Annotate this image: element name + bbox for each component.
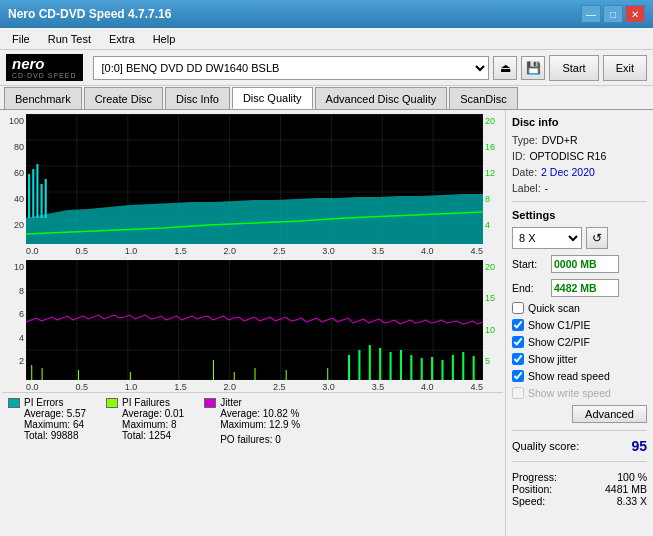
maximize-button[interactable]: □ — [603, 5, 623, 23]
show-c2-checkbox[interactable] — [512, 336, 524, 348]
start-mb-input[interactable] — [551, 255, 619, 273]
menu-file[interactable]: File — [4, 31, 38, 47]
svg-rect-39 — [31, 365, 32, 380]
svg-rect-20 — [36, 164, 38, 218]
tab-bar: Benchmark Create Disc Disc Info Disc Qua… — [0, 86, 653, 110]
right-panel: Disc info Type: DVD+R ID: OPTODISC R16 D… — [505, 110, 653, 536]
menu-help[interactable]: Help — [145, 31, 184, 47]
legend-pi-errors: PI Errors Average: 5.57 Maximum: 64 Tota… — [8, 397, 86, 445]
disc-info-title: Disc info — [512, 116, 647, 128]
save-icon[interactable]: 💾 — [521, 56, 545, 80]
nero-logo: nero — [12, 56, 77, 73]
show-write-speed-row: Show write speed — [512, 387, 647, 399]
progress-section: Progress: 100 % Position: 4481 MB Speed:… — [512, 471, 647, 507]
svg-rect-55 — [462, 352, 464, 380]
show-c1-row: Show C1/PIE — [512, 319, 647, 331]
svg-rect-56 — [473, 356, 475, 380]
tab-create-disc[interactable]: Create Disc — [84, 87, 163, 109]
refresh-button[interactable]: ↺ — [586, 227, 608, 249]
main-content: 100 80 60 40 20 — [0, 110, 653, 536]
tab-benchmark[interactable]: Benchmark — [4, 87, 82, 109]
menu-extra[interactable]: Extra — [101, 31, 143, 47]
svg-rect-49 — [400, 350, 402, 380]
show-jitter-checkbox[interactable] — [512, 353, 524, 365]
jitter-color — [204, 398, 216, 408]
disc-id-row: ID: OPTODISC R16 — [512, 150, 647, 162]
svg-rect-51 — [421, 358, 423, 380]
svg-rect-43 — [255, 368, 256, 380]
svg-rect-18 — [28, 174, 30, 218]
pi-errors-label: PI Errors — [24, 397, 63, 408]
start-button[interactable]: Start — [549, 55, 598, 81]
show-c1-checkbox[interactable] — [512, 319, 524, 331]
chart1-y-axis-right: 20 16 12 8 4 — [483, 114, 503, 244]
charts-section: 100 80 60 40 20 — [0, 110, 505, 536]
close-button[interactable]: ✕ — [625, 5, 645, 23]
disc-label-row: Label: - — [512, 182, 647, 194]
speed-row: 4 X8 X12 X16 X ↺ — [512, 227, 647, 249]
title-bar: Nero CD-DVD Speed 4.7.7.16 — □ ✕ — [0, 0, 653, 28]
menu-run-test[interactable]: Run Test — [40, 31, 99, 47]
eject-icon[interactable]: ⏏ — [493, 56, 517, 80]
pi-failures-label: PI Failures — [122, 397, 170, 408]
end-mb-row: End: — [512, 279, 647, 297]
minimize-button[interactable]: — — [581, 5, 601, 23]
svg-rect-42 — [213, 360, 214, 380]
svg-rect-58 — [234, 372, 235, 380]
legend-jitter: Jitter Average: 10.82 % Maximum: 12.9 % … — [204, 397, 300, 445]
chart2-block: 10 8 6 4 2 — [2, 260, 503, 380]
svg-rect-19 — [32, 169, 34, 218]
title-text: Nero CD-DVD Speed 4.7.7.16 — [8, 7, 171, 21]
show-jitter-row: Show jitter — [512, 353, 647, 365]
svg-rect-59 — [286, 370, 287, 380]
tab-disc-quality[interactable]: Disc Quality — [232, 87, 313, 109]
tab-scan-disc[interactable]: ScanDisc — [449, 87, 517, 109]
svg-rect-47 — [379, 348, 381, 380]
title-bar-buttons: — □ ✕ — [581, 5, 645, 23]
divider2 — [512, 430, 647, 431]
legend-pi-failures: PI Failures Average: 0.01 Maximum: 8 Tot… — [106, 397, 184, 445]
tab-disc-info[interactable]: Disc Info — [165, 87, 230, 109]
chart2-y-axis-right: 20 15 10 5 — [483, 260, 503, 380]
quality-score-value: 95 — [631, 438, 647, 454]
svg-rect-53 — [441, 360, 443, 380]
chart2-x-axis: 0.0 0.5 1.0 1.5 2.0 2.5 3.0 3.5 4.0 4.5 — [26, 382, 483, 392]
menu-bar: File Run Test Extra Help — [0, 28, 653, 50]
toolbar: nero CD·DVD SPEED [0:0] BENQ DVD DD DW16… — [0, 50, 653, 86]
quick-scan-row: Quick scan — [512, 302, 647, 314]
advanced-button[interactable]: Advanced — [572, 405, 647, 423]
jitter-label: Jitter — [220, 397, 242, 408]
drive-select[interactable]: [0:0] BENQ DVD DD DW1640 BSLB — [93, 56, 490, 80]
divider1 — [512, 201, 647, 202]
show-c2-row: Show C2/PIF — [512, 336, 647, 348]
svg-rect-40 — [42, 368, 43, 380]
svg-rect-21 — [41, 184, 43, 218]
svg-rect-45 — [358, 350, 360, 380]
nero-subtitle: CD·DVD SPEED — [12, 72, 77, 79]
quick-scan-checkbox[interactable] — [512, 302, 524, 314]
exit-button[interactable]: Exit — [603, 55, 647, 81]
svg-rect-48 — [390, 352, 392, 380]
chart1-block: 100 80 60 40 20 — [2, 114, 503, 244]
end-mb-input[interactable] — [551, 279, 619, 297]
chart2-y-axis-left: 10 8 6 4 2 — [2, 260, 26, 380]
disc-date-row: Date: 2 Dec 2020 — [512, 166, 647, 178]
pi-errors-color — [8, 398, 20, 408]
svg-rect-50 — [410, 355, 412, 380]
svg-rect-44 — [348, 355, 350, 380]
speed-select[interactable]: 4 X8 X12 X16 X — [512, 227, 582, 249]
svg-rect-52 — [431, 357, 433, 380]
chart1-x-axis: 0.0 0.5 1.0 1.5 2.0 2.5 3.0 3.5 4.0 4.5 — [26, 246, 483, 256]
svg-rect-22 — [45, 179, 47, 218]
disc-type-row: Type: DVD+R — [512, 134, 647, 146]
quality-score-label: Quality score: — [512, 440, 579, 452]
chart1-y-axis-left: 100 80 60 40 20 — [2, 114, 26, 244]
svg-rect-41 — [78, 370, 79, 380]
start-mb-row: Start: — [512, 255, 647, 273]
chart1-canvas — [26, 114, 483, 244]
svg-rect-46 — [369, 345, 371, 380]
svg-rect-57 — [130, 372, 131, 380]
tab-advanced-disc-quality[interactable]: Advanced Disc Quality — [315, 87, 448, 109]
show-read-speed-checkbox[interactable] — [512, 370, 524, 382]
svg-rect-54 — [452, 355, 454, 380]
